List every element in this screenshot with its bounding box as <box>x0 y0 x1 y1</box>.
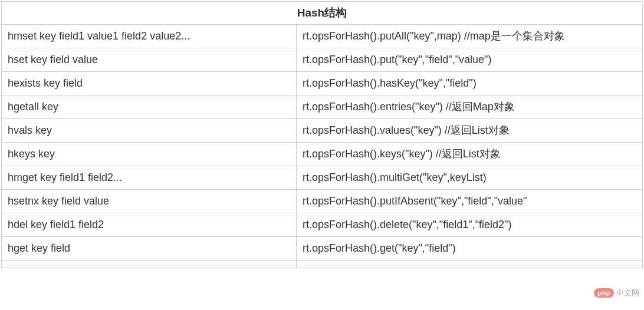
java-method-cell: rt.opsForHash().values("key") //返回List对象 <box>297 119 643 143</box>
table-body: hmset key field1 value1 field2 value2...… <box>2 25 643 268</box>
table-row: hset key field value rt.opsForHash().put… <box>2 48 643 72</box>
java-method-cell: rt.opsForHash().hasKey("key","field") <box>297 72 643 95</box>
redis-command-cell: hsetnx key field value <box>2 190 297 213</box>
redis-command-cell: hgetall key <box>2 95 297 119</box>
redis-command-cell: hmset key field1 value1 field2 value2... <box>2 25 297 48</box>
table-row: hgetall key rt.opsForHash().entries("key… <box>2 95 643 119</box>
table-header: Hash结构 <box>2 2 643 25</box>
java-method-cell: rt.opsForHash().put("key","field","value… <box>297 48 643 72</box>
table-row <box>2 260 643 268</box>
java-method-cell: rt.opsForHash().multiGet("key",keyList) <box>297 166 643 190</box>
java-method-cell: rt.opsForHash().entries("key") //返回Map对象 <box>297 95 643 119</box>
java-method-cell: rt.opsForHash().keys("key") //返回List对象 <box>297 143 643 166</box>
table-row: hmget key field1 field2... rt.opsForHash… <box>2 166 643 190</box>
redis-command-cell: hkeys key <box>2 143 297 166</box>
redis-command-cell: hdel key field1 field2 <box>2 213 297 237</box>
hash-commands-table: Hash结构 hmset key field1 value1 field2 va… <box>1 1 643 268</box>
table-row: hget key field rt.opsForHash().get("key"… <box>2 237 643 260</box>
redis-command-cell <box>2 260 297 268</box>
java-method-cell: rt.opsForHash().get("key","field") <box>297 237 643 260</box>
table-row: hmset key field1 value1 field2 value2...… <box>2 25 643 48</box>
java-method-cell: rt.opsForHash().delete("key","field1","f… <box>297 213 643 237</box>
redis-command-cell: hget key field <box>2 237 297 260</box>
table-row: hdel key field1 field2 rt.opsForHash().d… <box>2 213 643 237</box>
table-row: hsetnx key field value rt.opsForHash().p… <box>2 190 643 213</box>
java-method-cell: rt.opsForHash().putIfAbsent("key","field… <box>297 190 643 213</box>
redis-command-cell: hvals key <box>2 119 297 143</box>
java-method-cell: rt.opsForHash().putAll("key",map) //map是… <box>297 25 643 48</box>
table-row: hvals key rt.opsForHash().values("key") … <box>2 119 643 143</box>
table-row: hexists key field rt.opsForHash().hasKey… <box>2 72 643 95</box>
redis-command-cell: hset key field value <box>2 48 297 72</box>
java-method-cell <box>297 260 643 268</box>
redis-command-cell: hexists key field <box>2 72 297 95</box>
table-row: hkeys key rt.opsForHash().keys("key") //… <box>2 143 643 166</box>
redis-command-cell: hmget key field1 field2... <box>2 166 297 190</box>
